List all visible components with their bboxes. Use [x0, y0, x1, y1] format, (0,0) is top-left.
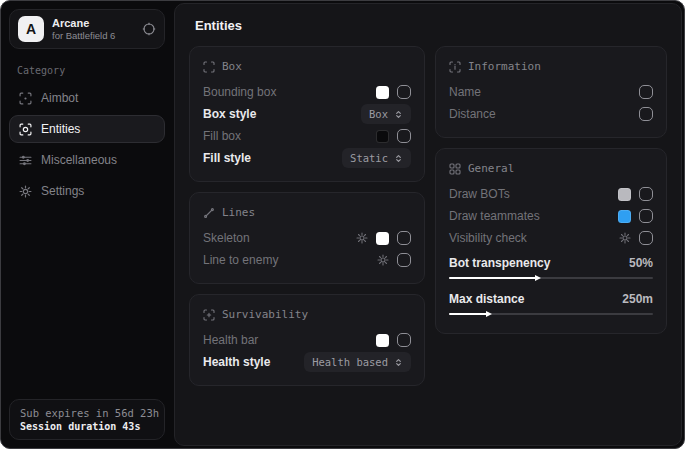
setting-row: Box style Box: [203, 103, 411, 125]
chevron-up-down-icon: [394, 110, 403, 119]
setting-row: Distance: [449, 103, 653, 125]
fill-box-label: Fill box: [203, 129, 241, 143]
session-info-box: Sub expires in 56d 23h Session duration …: [9, 399, 165, 440]
dropdown-value: Static: [350, 152, 388, 164]
skeleton-label: Skeleton: [203, 231, 250, 245]
setting-row: Name: [449, 81, 653, 103]
card-title: Box: [222, 60, 242, 73]
sub-expiry-text: Sub expires in 56d 23h: [20, 407, 154, 419]
category-label: Category: [17, 65, 165, 76]
bot-transparency-setting: Bot transpenency 50%: [449, 254, 653, 285]
sidebar-item-settings[interactable]: Settings: [9, 177, 165, 205]
sidebar-item-label: Aimbot: [41, 91, 78, 105]
fill-box-checkbox[interactable]: [397, 129, 411, 143]
fill-style-dropdown[interactable]: Static: [342, 148, 411, 168]
setting-row: Health style Health based: [203, 351, 411, 373]
card-title: Survivability: [222, 308, 308, 321]
visibility-check-settings-gear-icon[interactable]: [619, 232, 631, 244]
card-title: Information: [468, 60, 541, 73]
health-bar-checkbox[interactable]: [397, 333, 411, 347]
max-distance-value: 250m: [622, 292, 653, 306]
line-to-enemy-label: Line to enemy: [203, 253, 278, 267]
box-corners-icon: [203, 61, 215, 73]
page-title: Entities: [195, 18, 667, 33]
brand-text: Arcane for Battlefield 6: [52, 17, 115, 41]
app-name: Arcane: [52, 17, 115, 29]
sidebar-item-miscellaneous[interactable]: Miscellaneous: [9, 146, 165, 174]
health-cross-icon: [203, 309, 215, 321]
aimbot-icon: [19, 92, 32, 105]
crosshair-icon[interactable]: [142, 22, 156, 36]
diagonal-line-icon: [203, 207, 215, 219]
brand-card: A Arcane for Battlefield 6: [9, 9, 165, 49]
box-style-dropdown[interactable]: Box: [361, 104, 411, 124]
skeleton-color-swatch[interactable]: [376, 232, 389, 245]
app-logo: A: [18, 16, 44, 42]
bounding-box-checkbox[interactable]: [397, 85, 411, 99]
visibility-check-label: Visibility check: [449, 231, 527, 245]
setting-row: Visibility check: [449, 227, 653, 249]
general-card-header: General: [449, 162, 653, 175]
skeleton-checkbox[interactable]: [397, 231, 411, 245]
setting-row: Draw BOTs: [449, 183, 653, 205]
sliders-icon: [19, 154, 32, 167]
line-to-enemy-settings-gear-icon[interactable]: [377, 254, 389, 266]
box-style-label: Box style: [203, 107, 256, 121]
draw-bots-checkbox[interactable]: [639, 187, 653, 201]
left-column: Box Bounding box Box style Box: [189, 46, 425, 386]
card-title: Lines: [222, 206, 255, 219]
sidebar-item-aimbot[interactable]: Aimbot: [9, 84, 165, 112]
lines-card-header: Lines: [203, 206, 411, 219]
bot-transparency-label: Bot transpenency: [449, 256, 550, 270]
bounding-box-label: Bounding box: [203, 85, 276, 99]
general-card: General Draw BOTs Draw teammates: [435, 148, 667, 334]
distance-checkbox[interactable]: [639, 107, 653, 121]
sidebar-item-entities[interactable]: Entities: [9, 115, 165, 143]
chevron-up-down-icon: [394, 154, 403, 163]
lines-card: Lines Skeleton Line to enemy: [189, 192, 425, 284]
sidebar-nav: Aimbot Entities Miscellaneous Settings: [9, 84, 165, 205]
grid-icon: [449, 163, 461, 175]
draw-teammates-checkbox[interactable]: [639, 209, 653, 223]
right-column: Information Name Distance: [435, 46, 667, 334]
information-card-header: Information: [449, 60, 653, 73]
max-distance-label: Max distance: [449, 292, 524, 306]
dropdown-value: Box: [369, 108, 388, 120]
distance-label: Distance: [449, 107, 496, 121]
draw-bots-color-swatch[interactable]: [618, 188, 631, 201]
health-bar-label: Health bar: [203, 333, 258, 347]
survivability-card-header: Survivability: [203, 308, 411, 321]
slider-fill: [449, 277, 539, 279]
slider-fill: [449, 313, 490, 315]
visibility-check-checkbox[interactable]: [639, 231, 653, 245]
max-distance-setting: Max distance 250m: [449, 290, 653, 321]
info-icon: [449, 61, 461, 73]
setting-row: Bounding box: [203, 81, 411, 103]
entities-icon: [19, 123, 32, 136]
card-columns: Box Bounding box Box style Box: [189, 46, 667, 386]
slider-arrow-handle[interactable]: [535, 275, 541, 281]
name-checkbox[interactable]: [639, 85, 653, 99]
slider-arrow-handle[interactable]: [486, 311, 492, 317]
setting-row: Line to enemy: [203, 249, 411, 271]
bounding-box-color-swatch[interactable]: [376, 86, 389, 99]
information-card: Information Name Distance: [435, 46, 667, 138]
health-bar-color-swatch[interactable]: [376, 334, 389, 347]
health-style-label: Health style: [203, 355, 270, 369]
dropdown-value: Health based: [312, 356, 388, 368]
draw-teammates-label: Draw teammates: [449, 209, 540, 223]
chevron-up-down-icon: [394, 358, 403, 367]
app-subtitle: for Battlefield 6: [52, 30, 115, 41]
line-to-enemy-checkbox[interactable]: [397, 253, 411, 267]
sidebar-item-label: Entities: [41, 122, 80, 136]
health-style-dropdown[interactable]: Health based: [304, 352, 411, 372]
skeleton-settings-gear-icon[interactable]: [356, 232, 368, 244]
bot-transparency-slider[interactable]: [449, 274, 653, 282]
fill-box-color-swatch[interactable]: [376, 130, 389, 143]
draw-teammates-color-swatch[interactable]: [618, 210, 631, 223]
bot-transparency-value: 50%: [629, 256, 653, 270]
max-distance-slider[interactable]: [449, 310, 653, 318]
draw-bots-label: Draw BOTs: [449, 187, 510, 201]
sidebar-item-label: Miscellaneous: [41, 153, 117, 167]
box-card: Box Bounding box Box style Box: [189, 46, 425, 182]
